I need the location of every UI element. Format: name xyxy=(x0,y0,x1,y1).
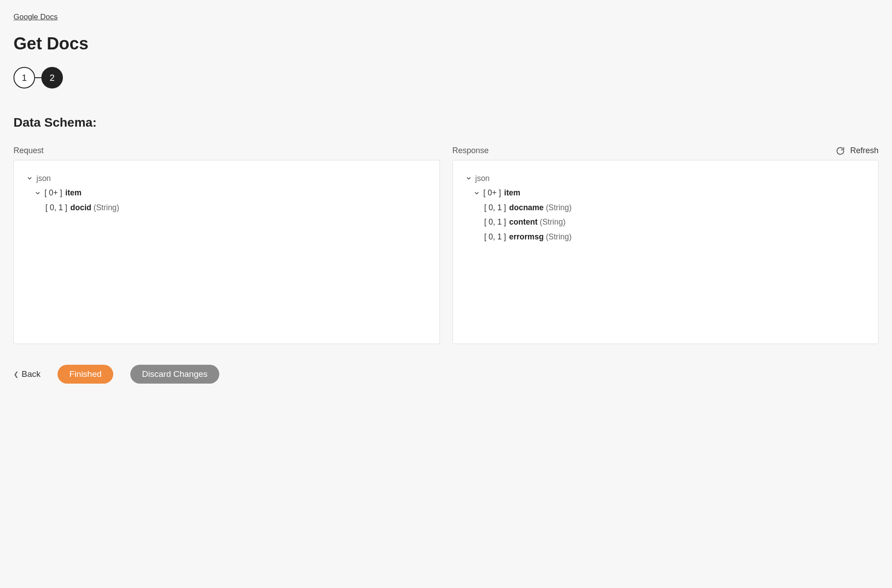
finished-button[interactable]: Finished xyxy=(58,365,113,384)
request-item-row[interactable]: [ 0+ ] item xyxy=(35,186,427,200)
request-header: Request xyxy=(13,146,44,155)
response-field-row[interactable]: [ 0, 1 ] content (String) xyxy=(484,215,866,229)
chevron-down-icon xyxy=(27,175,33,181)
response-field-type: (String) xyxy=(546,203,572,212)
response-item-cardinality: [ 0+ ] xyxy=(484,188,501,197)
response-item-row[interactable]: [ 0+ ] item xyxy=(474,186,866,200)
stepper: 1 2 xyxy=(13,67,879,88)
request-field-row[interactable]: [ 0, 1 ] docid (String) xyxy=(45,200,427,215)
response-field-cardinality: [ 0, 1 ] xyxy=(484,203,506,212)
request-field-type: (String) xyxy=(93,203,119,212)
refresh-button[interactable]: Refresh xyxy=(836,146,879,155)
response-field-type: (String) xyxy=(546,232,572,241)
response-field-cardinality: [ 0, 1 ] xyxy=(484,217,506,226)
request-root-label: json xyxy=(36,171,51,186)
back-label: Back xyxy=(22,369,40,379)
request-field-name: docid xyxy=(71,203,92,212)
discard-changes-button[interactable]: Discard Changes xyxy=(130,365,219,384)
response-root-row[interactable]: json xyxy=(466,171,866,186)
response-header: Response xyxy=(453,146,489,155)
chevron-left-icon: ❮ xyxy=(13,371,19,378)
chevron-down-icon xyxy=(474,190,480,196)
step-1[interactable]: 1 xyxy=(13,67,35,88)
footer-actions: ❮ Back Finished Discard Changes xyxy=(13,365,879,384)
response-item-name: item xyxy=(504,188,520,197)
refresh-icon xyxy=(836,146,845,155)
request-field-cardinality: [ 0, 1 ] xyxy=(45,203,67,212)
section-title: Data Schema: xyxy=(13,115,879,130)
step-connector xyxy=(35,77,41,78)
response-field-name: content xyxy=(509,217,537,226)
request-item-name: item xyxy=(65,188,81,197)
response-root-label: json xyxy=(475,171,490,186)
chevron-down-icon xyxy=(466,175,472,181)
chevron-down-icon xyxy=(35,190,41,196)
request-root-row[interactable]: json xyxy=(27,171,427,186)
back-button[interactable]: ❮ Back xyxy=(13,369,40,379)
response-field-type: (String) xyxy=(540,217,565,226)
step-2[interactable]: 2 xyxy=(41,67,63,88)
page-title: Get Docs xyxy=(13,34,879,53)
breadcrumb-link[interactable]: Google Docs xyxy=(13,13,58,22)
request-panel: json [ 0+ ] item [ 0, 1 ] docid (String) xyxy=(13,160,440,344)
response-field-cardinality: [ 0, 1 ] xyxy=(484,232,506,241)
response-panel: json [ 0+ ] item [ 0, 1 ] docname (Strin… xyxy=(453,160,879,344)
refresh-label: Refresh xyxy=(850,146,879,155)
response-field-name: docname xyxy=(509,203,544,212)
request-item-cardinality: [ 0+ ] xyxy=(44,188,62,197)
response-field-row[interactable]: [ 0, 1 ] errormsg (String) xyxy=(484,230,866,244)
response-field-row[interactable]: [ 0, 1 ] docname (String) xyxy=(484,200,866,215)
response-field-name: errormsg xyxy=(509,232,544,241)
